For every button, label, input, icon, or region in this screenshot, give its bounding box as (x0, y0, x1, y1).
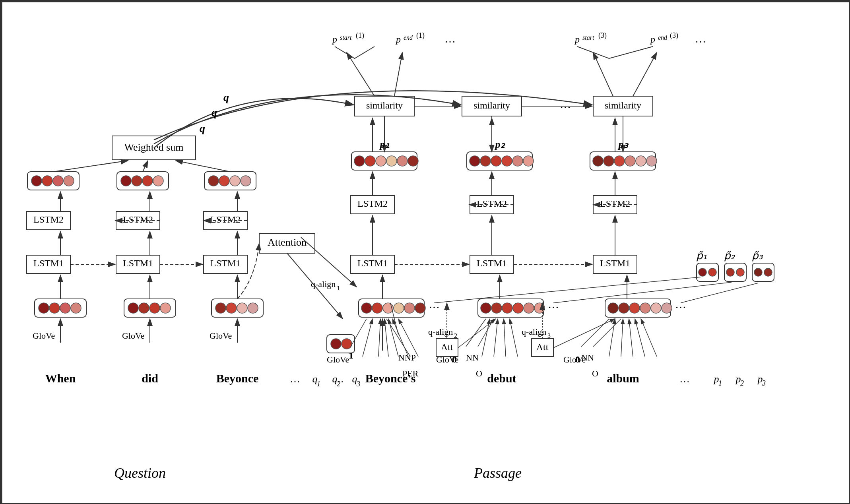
svg-point-189 (708, 268, 716, 276)
svg-line-131 (143, 161, 148, 172)
ellipsis-q: … (290, 373, 300, 385)
svg-text:similarity: similarity (605, 100, 641, 110)
svg-point-34 (121, 176, 131, 186)
glove-did: GloVe (122, 331, 144, 341)
svg-point-39 (208, 176, 219, 186)
svg-point-86 (470, 156, 480, 166)
svg-point-82 (386, 156, 397, 166)
pstart3-sub: start (582, 34, 594, 41)
p1-above: p₁ (379, 139, 390, 150)
p2-tilde-label: p̃₂ (724, 250, 735, 262)
o-tag-album: O (592, 368, 598, 378)
svg-point-14 (237, 303, 247, 313)
svg-line-165 (478, 319, 494, 347)
neuron-group-p1-out (351, 152, 418, 170)
svg-point-55 (502, 303, 512, 313)
neuron-group-when-out (27, 172, 79, 190)
svg-point-2 (39, 303, 49, 313)
ellipsis-p-right: … (679, 373, 690, 385)
svg-text:LSTM2: LSTM2 (210, 214, 241, 225)
pend3-sup: (3) (670, 31, 678, 40)
svg-point-49 (394, 303, 404, 313)
svg-text:LSTM1: LSTM1 (210, 258, 241, 268)
svg-point-46 (361, 303, 372, 313)
svg-point-97 (636, 156, 646, 166)
svg-line-132 (176, 161, 230, 172)
q-curve-bot: q (200, 122, 205, 134)
svg-point-88 (491, 156, 501, 166)
svg-point-64 (651, 303, 661, 313)
svg-point-13 (226, 303, 237, 313)
neuron-group-p3-out (590, 152, 657, 170)
svg-text:LSTM2: LSTM2 (600, 198, 630, 209)
svg-text:LSTM1: LSTM1 (600, 258, 630, 268)
svg-point-3 (49, 303, 60, 313)
svg-point-62 (629, 303, 640, 313)
svg-point-12 (215, 303, 226, 313)
ellipsis-top-right: … (695, 33, 706, 45)
qalign3-sub: 3 (547, 332, 551, 339)
word-album: album (607, 372, 639, 385)
svg-point-40 (219, 176, 229, 186)
svg-point-10 (160, 303, 171, 313)
svg-line-153 (633, 52, 657, 96)
svg-text:LSTM2: LSTM2 (33, 214, 64, 225)
svg-text:similarity: similarity (366, 100, 403, 110)
qalign1-sub: 1 (337, 285, 340, 291)
neuron-group-beyonce-out (204, 172, 256, 190)
svg-point-79 (354, 156, 365, 166)
svg-point-65 (662, 303, 672, 313)
neuron-group-p2-tilde (724, 263, 746, 281)
svg-point-98 (646, 156, 657, 166)
neuron-group-when (35, 299, 86, 317)
pend1-sub: end (404, 34, 413, 41)
ellipsis-p-left: … (334, 373, 344, 385)
glove-beyonce-q: GloVe (210, 331, 232, 341)
nnp-tag: NNP (398, 353, 416, 362)
svg-point-112 (331, 339, 341, 349)
svg-line-163 (351, 319, 367, 347)
svg-line-175 (388, 319, 398, 357)
main-diagram-svg: LSTM1 LSTM1 LSTM1 LSTM2 LSTM2 LSTM2 (1, 1, 850, 504)
svg-line-164 (466, 319, 486, 347)
neuron-group-debut (478, 299, 545, 317)
svg-point-51 (415, 303, 425, 313)
svg-point-91 (523, 156, 534, 166)
svg-point-96 (625, 156, 635, 166)
svg-text:LSTM1: LSTM1 (33, 258, 64, 268)
svg-point-9 (149, 303, 160, 313)
svg-line-184 (629, 319, 633, 357)
svg-point-188 (699, 268, 706, 276)
per-tag: PER (402, 368, 419, 378)
pend1-label: p (395, 34, 401, 45)
svg-point-80 (365, 156, 375, 166)
svg-point-42 (241, 176, 251, 186)
svg-point-32 (64, 176, 74, 186)
svg-rect-0 (2, 2, 850, 504)
svg-point-81 (376, 156, 386, 166)
neuron-group-p2-out (467, 152, 534, 170)
neuron-group-did-out (117, 172, 169, 190)
svg-point-15 (248, 303, 258, 313)
svg-line-168 (458, 319, 496, 348)
svg-point-63 (640, 303, 650, 313)
pend3-label: p (650, 34, 655, 45)
svg-text:LSTM1: LSTM1 (357, 258, 388, 268)
nn-tag-debut: NN (466, 353, 479, 362)
svg-point-4 (60, 303, 70, 313)
svg-point-95 (614, 156, 625, 166)
pstart1-sub: start (340, 34, 352, 41)
svg-line-179 (494, 319, 498, 357)
svg-point-56 (513, 303, 523, 313)
svg-point-29 (31, 176, 42, 186)
p3-sub: 3 (762, 379, 766, 387)
svg-point-195 (764, 268, 772, 276)
svg-point-47 (372, 303, 382, 313)
ellipsis-passage-mid1: … (429, 298, 440, 310)
svg-line-177 (398, 319, 418, 357)
pstart1-sup: (1) (356, 31, 364, 40)
neuron-group-did (124, 299, 176, 317)
p2-sub: 2 (740, 379, 744, 387)
svg-point-58 (534, 303, 545, 313)
svg-point-89 (502, 156, 512, 166)
